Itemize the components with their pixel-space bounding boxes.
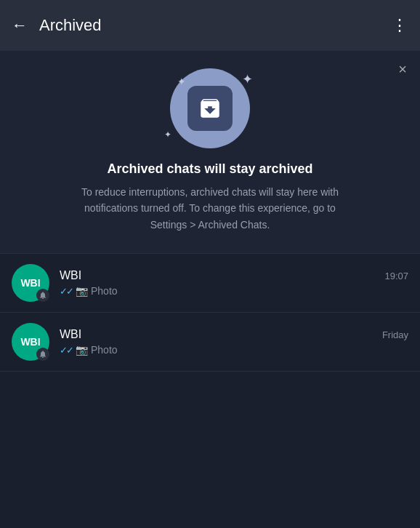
banner-icon-wrapper: ✦ ✦ ✦	[23, 68, 397, 148]
chat-preview: ✓✓ 📷 Photo	[60, 285, 408, 297]
chat-meta: WBI Friday	[60, 328, 408, 341]
chat-list: WBI WBI 19:07 ✓✓ 📷 Photo	[0, 254, 420, 372]
avatar-badge	[36, 289, 49, 302]
avatar-text: WBI	[20, 336, 40, 348]
avatar-text: WBI	[20, 277, 40, 289]
mute-icon	[39, 350, 47, 359]
avatar-badge	[36, 348, 49, 361]
camera-icon: 📷	[76, 285, 88, 297]
read-receipts: ✓✓	[60, 345, 73, 356]
camera-icon: 📷	[76, 344, 88, 356]
avatar: WBI	[12, 323, 49, 361]
archive-icon	[187, 86, 233, 131]
read-receipts: ✓✓	[60, 286, 73, 297]
header: ← Archived ⋮	[0, 0, 420, 51]
chat-meta: WBI 19:07	[60, 269, 408, 282]
banner-body: To reduce interruptions, archived chats …	[72, 184, 348, 233]
menu-button[interactable]: ⋮	[392, 16, 408, 35]
sparkle-icon: ✦	[242, 71, 253, 87]
chat-time: 19:07	[384, 271, 408, 281]
archive-svg	[198, 96, 222, 121]
banner-heading: Archived chats will stay archived	[23, 161, 397, 177]
avatar: WBI	[12, 264, 49, 302]
back-button[interactable]: ←	[12, 16, 28, 35]
chat-time: Friday	[382, 329, 408, 340]
chat-item[interactable]: WBI WBI 19:07 ✓✓ 📷 Photo	[0, 254, 420, 313]
archive-icon-circle: ✦ ✦ ✦	[170, 68, 250, 148]
chat-content: WBI Friday ✓✓ 📷 Photo	[60, 328, 408, 356]
mute-icon	[39, 291, 47, 300]
archived-banner: × ✦ ✦ ✦ Archived chats will stay archive…	[0, 51, 420, 254]
chat-item[interactable]: WBI WBI Friday ✓✓ 📷 Photo	[0, 313, 420, 372]
chat-content: WBI 19:07 ✓✓ 📷 Photo	[60, 269, 408, 297]
preview-text: Photo	[91, 344, 118, 356]
preview-text: Photo	[91, 285, 118, 297]
sparkle-icon: ✦	[177, 76, 186, 87]
page-title: Archived	[39, 16, 380, 35]
sparkle-icon: ✦	[164, 129, 171, 140]
chat-name: WBI	[60, 269, 81, 282]
chat-name: WBI	[60, 328, 81, 341]
chat-preview: ✓✓ 📷 Photo	[60, 344, 408, 356]
close-button[interactable]: ×	[398, 61, 407, 78]
